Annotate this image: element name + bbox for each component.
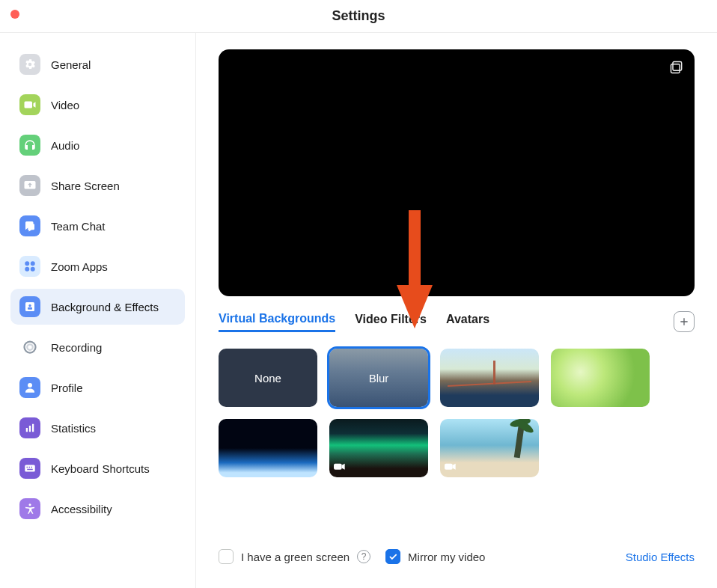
background-grid: None Blur bbox=[219, 349, 695, 477]
sidebar-item-label: Share Screen bbox=[51, 180, 120, 192]
effects-tabs: Virtual Backgrounds Video Filters Avatar… bbox=[219, 311, 695, 332]
video-badge-icon bbox=[334, 462, 346, 474]
green-screen-option[interactable]: I have a green screen ? bbox=[219, 549, 370, 564]
svg-rect-20 bbox=[445, 464, 453, 470]
sidebar-item-accessibility[interactable]: Accessibility bbox=[10, 491, 185, 527]
background-option-bridge[interactable] bbox=[440, 349, 539, 407]
background-option-aurora[interactable] bbox=[329, 419, 428, 477]
sidebar-item-label: Team Chat bbox=[51, 220, 106, 233]
sidebar-item-label: Accessibility bbox=[51, 503, 112, 515]
expand-preview-button[interactable] bbox=[669, 60, 684, 78]
keyboard-icon bbox=[19, 458, 40, 479]
page-title: Settings bbox=[332, 8, 385, 24]
sidebar-item-video[interactable]: Video bbox=[10, 87, 185, 123]
accessibility-icon bbox=[19, 498, 40, 519]
plus-icon bbox=[678, 316, 690, 328]
background-option-label: Blur bbox=[369, 372, 389, 385]
svg-point-3 bbox=[25, 342, 36, 353]
sidebar-item-keyboard-shortcuts[interactable]: Keyboard Shortcuts bbox=[10, 450, 185, 486]
svg-point-4 bbox=[27, 344, 33, 350]
sidebar-item-label: Profile bbox=[51, 382, 83, 394]
option-label: Mirror my video bbox=[408, 551, 485, 563]
svg-rect-9 bbox=[25, 465, 35, 472]
tab-virtual-backgrounds[interactable]: Virtual Backgrounds bbox=[219, 312, 335, 332]
help-icon[interactable]: ? bbox=[357, 550, 370, 563]
video-preview bbox=[219, 49, 695, 296]
sidebar-item-team-chat[interactable]: Team Chat bbox=[10, 208, 185, 244]
background-option-blur[interactable]: Blur bbox=[329, 349, 428, 407]
sidebar-item-label: Background & Effects bbox=[51, 301, 159, 313]
svg-point-14 bbox=[29, 503, 31, 506]
svg-rect-6 bbox=[26, 428, 28, 432]
sidebar-item-label: Statistics bbox=[51, 422, 96, 435]
sidebar-item-statistics[interactable]: Statistics bbox=[10, 410, 185, 446]
add-background-button[interactable] bbox=[674, 311, 695, 332]
settings-content: Virtual Backgrounds Video Filters Avatar… bbox=[196, 33, 717, 588]
chat-icon bbox=[19, 215, 40, 236]
headphones-icon bbox=[19, 135, 40, 156]
svg-rect-12 bbox=[31, 467, 33, 468]
option-label: I have a green screen bbox=[241, 551, 350, 563]
window-controls bbox=[10, 10, 19, 19]
mirror-video-option[interactable]: Mirror my video bbox=[385, 549, 485, 564]
settings-sidebar: General Video Audio Share Screen Team Ch bbox=[0, 33, 196, 588]
stats-icon bbox=[19, 417, 40, 438]
video-icon bbox=[19, 94, 40, 115]
svg-rect-15 bbox=[673, 62, 682, 71]
check-icon bbox=[388, 551, 398, 562]
svg-rect-19 bbox=[334, 464, 342, 470]
tab-avatars[interactable]: Avatars bbox=[446, 313, 489, 331]
video-badge-icon bbox=[445, 462, 457, 474]
record-icon bbox=[19, 337, 40, 358]
svg-point-1 bbox=[28, 304, 31, 307]
sidebar-item-general[interactable]: General bbox=[10, 46, 185, 82]
apps-icon bbox=[19, 256, 40, 277]
sidebar-item-label: Keyboard Shortcuts bbox=[51, 462, 150, 475]
sidebar-item-label: Zoom Apps bbox=[51, 260, 108, 273]
sidebar-item-audio[interactable]: Audio bbox=[10, 127, 185, 163]
sidebar-item-label: General bbox=[51, 58, 91, 71]
svg-rect-10 bbox=[27, 467, 28, 468]
sidebar-item-profile[interactable]: Profile bbox=[10, 370, 185, 405]
titlebar: Settings bbox=[0, 0, 717, 33]
svg-rect-13 bbox=[27, 469, 33, 471]
sidebar-item-label: Video bbox=[51, 99, 79, 111]
share-screen-icon bbox=[19, 175, 40, 196]
svg-point-5 bbox=[28, 383, 32, 388]
background-option-none[interactable]: None bbox=[219, 349, 317, 407]
tab-video-filters[interactable]: Video Filters bbox=[355, 313, 427, 331]
gear-icon bbox=[19, 54, 40, 75]
background-option-earth[interactable] bbox=[219, 419, 317, 477]
svg-rect-8 bbox=[32, 424, 34, 432]
sidebar-item-label: Recording bbox=[51, 341, 102, 354]
checkbox-unchecked-icon[interactable] bbox=[219, 549, 234, 564]
studio-effects-link[interactable]: Studio Effects bbox=[626, 551, 695, 563]
svg-rect-11 bbox=[29, 467, 31, 468]
svg-rect-17 bbox=[409, 210, 421, 293]
sidebar-item-zoom-apps[interactable]: Zoom Apps bbox=[10, 248, 185, 284]
svg-rect-7 bbox=[29, 426, 31, 432]
background-option-beach[interactable] bbox=[440, 419, 539, 477]
background-option-grass[interactable] bbox=[551, 349, 650, 407]
background-option-label: None bbox=[254, 372, 281, 385]
person-icon bbox=[19, 377, 40, 398]
sidebar-item-recording[interactable]: Recording bbox=[10, 329, 185, 365]
svg-rect-2 bbox=[28, 307, 32, 310]
sidebar-item-label: Audio bbox=[51, 139, 79, 152]
options-row: I have a green screen ? Mirror my video … bbox=[219, 549, 695, 572]
sidebar-item-background-effects[interactable]: Background & Effects bbox=[10, 289, 185, 325]
checkbox-checked-icon[interactable] bbox=[385, 549, 400, 564]
sidebar-item-share-screen[interactable]: Share Screen bbox=[10, 168, 185, 203]
close-window-button[interactable] bbox=[10, 10, 19, 19]
expand-icon bbox=[669, 60, 684, 75]
background-icon bbox=[19, 296, 40, 317]
